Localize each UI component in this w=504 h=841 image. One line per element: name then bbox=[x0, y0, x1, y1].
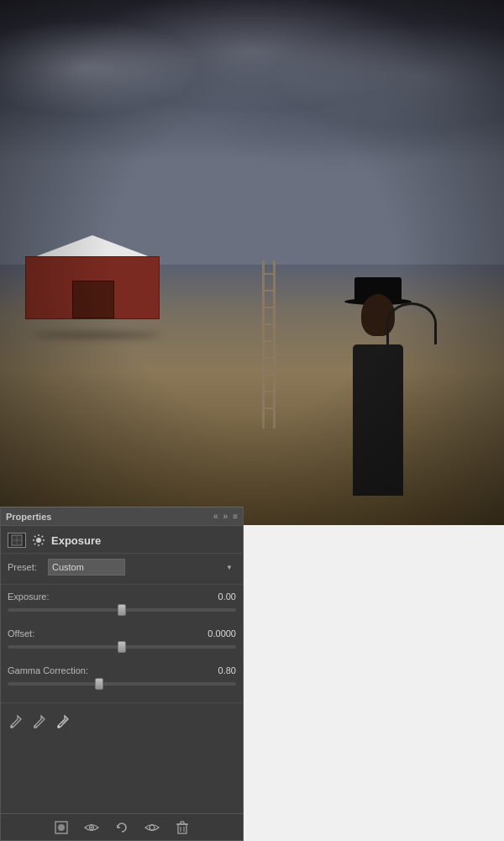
gamma-slider-thumb[interactable] bbox=[95, 678, 103, 690]
svg-point-18 bbox=[58, 824, 65, 831]
ladder-rung bbox=[262, 273, 276, 275]
svg-point-20 bbox=[91, 827, 92, 828]
eyedropper-gray-tool[interactable] bbox=[31, 713, 48, 730]
gamma-slider-label-row: Gamma Correction: 0.80 bbox=[8, 665, 236, 675]
exposure-sun-icon bbox=[31, 533, 46, 548]
photo-background bbox=[0, 0, 504, 529]
eyedropper-white-icon bbox=[56, 714, 70, 729]
panel-footer bbox=[1, 813, 243, 840]
svg-line-10 bbox=[42, 544, 43, 544]
white-area bbox=[244, 525, 504, 841]
preset-select-wrapper[interactable]: Custom Default Darker (-1.0) Lighter (+1… bbox=[48, 559, 236, 576]
reset-icon[interactable] bbox=[113, 819, 130, 836]
offset-slider-label: Offset: bbox=[8, 628, 34, 639]
panel-header-controls: « » ≡ bbox=[213, 512, 238, 521]
collapse-right-icon[interactable]: » bbox=[223, 512, 228, 521]
exposure-slider[interactable] bbox=[8, 603, 236, 617]
svg-point-15 bbox=[34, 726, 37, 728]
ladder-rung bbox=[262, 407, 276, 409]
ladder-rung bbox=[262, 340, 276, 342]
gamma-slider-section: Gamma Correction: 0.80 bbox=[1, 662, 243, 699]
svg-point-21 bbox=[150, 825, 155, 830]
layer-icon-svg bbox=[11, 534, 23, 546]
exposure-title: Exposure bbox=[51, 534, 101, 547]
offset-slider-label-row: Offset: 0.0000 bbox=[8, 628, 236, 639]
svg-rect-22 bbox=[178, 824, 186, 833]
ladder-rung bbox=[262, 391, 276, 392]
offset-slider-thumb[interactable] bbox=[118, 641, 126, 653]
panel-title: Properties bbox=[6, 512, 51, 522]
exposure-slider-label: Exposure: bbox=[8, 591, 50, 602]
preset-dropdown[interactable]: Custom Default Darker (-1.0) Lighter (+1… bbox=[48, 559, 125, 576]
ladder-rung bbox=[262, 307, 276, 308]
svg-point-4 bbox=[36, 538, 41, 543]
gamma-slider-label: Gamma Correction: bbox=[8, 665, 88, 675]
mask-icon[interactable] bbox=[53, 819, 70, 836]
exposure-header: Exposure bbox=[1, 526, 243, 554]
separator-2 bbox=[1, 702, 243, 703]
svg-line-11 bbox=[42, 536, 43, 537]
ladder-right-rail bbox=[273, 260, 276, 428]
svg-point-13 bbox=[11, 726, 13, 728]
collapse-left-icon[interactable]: « bbox=[213, 512, 218, 521]
separator-1 bbox=[1, 584, 243, 585]
eye-icon-svg bbox=[84, 822, 99, 833]
properties-panel: Properties « » ≡ bbox=[0, 507, 244, 841]
panel-header: Properties « » ≡ bbox=[1, 507, 243, 526]
ladder-rung bbox=[262, 357, 276, 359]
eye-icon[interactable] bbox=[144, 819, 160, 836]
umbrella bbox=[386, 302, 437, 344]
adjustment-layer-icon bbox=[8, 533, 26, 548]
offset-slider-value: 0.0000 bbox=[198, 628, 236, 639]
figure-body bbox=[353, 344, 403, 496]
exposure-slider-thumb[interactable] bbox=[118, 604, 126, 616]
eyedropper-black-icon bbox=[9, 714, 23, 729]
exposure-slider-section: Exposure: 0.00 bbox=[1, 588, 243, 625]
trash-icon[interactable] bbox=[174, 819, 191, 836]
ladder bbox=[260, 260, 277, 428]
eye2-icon-svg bbox=[144, 822, 160, 833]
ladder-rung bbox=[262, 323, 276, 325]
barn-body bbox=[25, 256, 160, 319]
eyedropper-gray-icon bbox=[33, 714, 46, 729]
gamma-slider[interactable] bbox=[8, 677, 236, 691]
svg-line-12 bbox=[34, 544, 35, 544]
ladder-left-rail bbox=[262, 260, 265, 428]
barn bbox=[25, 235, 160, 319]
gamma-slider-value: 0.80 bbox=[198, 665, 236, 675]
eyedropper-tools-row bbox=[1, 707, 243, 737]
barn-shadow bbox=[34, 332, 160, 339]
preset-label: Preset: bbox=[8, 562, 41, 572]
barn-door bbox=[72, 281, 114, 318]
eyedropper-white-tool[interactable] bbox=[55, 713, 71, 730]
ladder-rung bbox=[262, 290, 276, 292]
panel-menu-icon[interactable]: ≡ bbox=[233, 512, 238, 521]
figure bbox=[336, 277, 437, 496]
eyedropper-black-tool[interactable] bbox=[8, 713, 24, 730]
svg-point-16 bbox=[58, 726, 60, 728]
exposure-slider-label-row: Exposure: 0.00 bbox=[8, 591, 236, 602]
trash-icon-svg bbox=[176, 821, 188, 834]
svg-line-9 bbox=[34, 536, 35, 537]
gamma-slider-track bbox=[8, 682, 236, 686]
reset-icon-svg bbox=[115, 821, 129, 834]
offset-slider-section: Offset: 0.0000 bbox=[1, 625, 243, 662]
offset-slider[interactable] bbox=[8, 640, 236, 654]
mask-icon-svg bbox=[55, 821, 68, 834]
preset-row: Preset: Custom Default Darker (-1.0) Lig… bbox=[1, 554, 243, 581]
ladder-rung bbox=[262, 374, 276, 376]
sun-icon-svg bbox=[32, 534, 45, 547]
exposure-slider-value: 0.00 bbox=[198, 591, 236, 602]
visibility-icon[interactable] bbox=[83, 819, 100, 836]
